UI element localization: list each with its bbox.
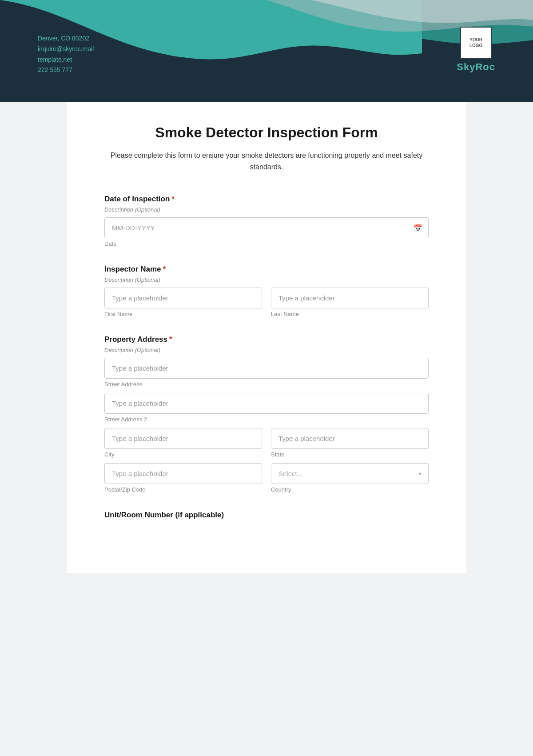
inspector-name-group: Inspector Name* Description (Optional) F… [104,265,429,317]
form-title: Smoke Detector Inspection Form [104,124,429,141]
street1-sublabel: Street Address [104,381,429,388]
date-description: Description (Optional) [104,206,429,213]
street2-sublabel: Street Address 2 [104,416,429,423]
last-name-sublabel: Last Name [271,311,429,317]
unit-room-group: Unit/Room Number (if applicable) [104,511,429,520]
contact-phone: 222 555 777 [38,65,94,76]
inspector-description: Description (Optional) [104,276,429,283]
zip-country-row: Postal/Zip Code Select... Country [104,463,429,493]
address-description: Description (Optional) [104,347,429,353]
first-name-sublabel: First Name [104,311,262,317]
first-name-wrapper: First Name [104,288,262,317]
date-label: Date of Inspection* [104,195,429,204]
last-name-wrapper: Last Name [271,288,429,317]
inspector-label: Inspector Name* [104,265,429,274]
state-sublabel: State [271,451,429,458]
logo-area: YOURLOGO SkyRoc [457,27,495,73]
required-star: * [163,265,166,273]
zip-wrapper: Postal/Zip Code [104,463,262,493]
company-name: SkyRoc [457,61,495,73]
inspector-name-row: First Name Last Name [104,288,429,317]
country-wrapper: Select... Country [271,463,429,493]
city-input[interactable] [104,428,262,449]
country-select-wrapper: Select... [271,463,429,484]
street2-wrapper: Street Address 2 [104,393,429,423]
required-star: * [171,195,175,203]
street2-input[interactable] [104,393,429,414]
contact-email: inquire@skyroc.mail [38,44,94,55]
zip-input[interactable] [104,463,262,484]
address-label: Property Address* [104,335,429,344]
zip-sublabel: Postal/Zip Code [104,486,262,493]
contact-address: Denver, CO 80202 [38,33,94,44]
city-state-row: City State [104,428,429,458]
state-wrapper: State [271,428,429,458]
unit-room-label: Unit/Room Number (if applicable) [104,511,429,520]
street1-input[interactable] [104,358,429,379]
street1-wrapper: Street Address [104,358,429,388]
country-select[interactable]: Select... [271,463,429,484]
date-input[interactable] [104,217,429,238]
first-name-input[interactable] [104,288,262,308]
city-sublabel: City [104,451,262,458]
logo-placeholder: YOURLOGO [460,27,492,59]
date-of-inspection-group: Date of Inspection* Description (Optiona… [104,195,429,247]
property-address-group: Property Address* Description (Optional)… [104,335,429,493]
form-subtitle: Please complete this form to ensure your… [104,150,429,172]
required-star: * [169,335,172,344]
country-sublabel: Country [271,486,429,493]
state-input[interactable] [271,428,429,449]
form-container: Smoke Detector Inspection Form Please co… [67,102,466,573]
date-sublabel: Date [104,240,429,247]
city-wrapper: City [104,428,262,458]
date-input-wrapper [104,217,429,238]
contact-info: Denver, CO 80202 inquire@skyroc.mail tem… [38,33,94,76]
last-name-input[interactable] [271,288,429,308]
contact-website: template.net [38,55,94,65]
page-header: Denver, CO 80202 inquire@skyroc.mail tem… [0,0,533,102]
